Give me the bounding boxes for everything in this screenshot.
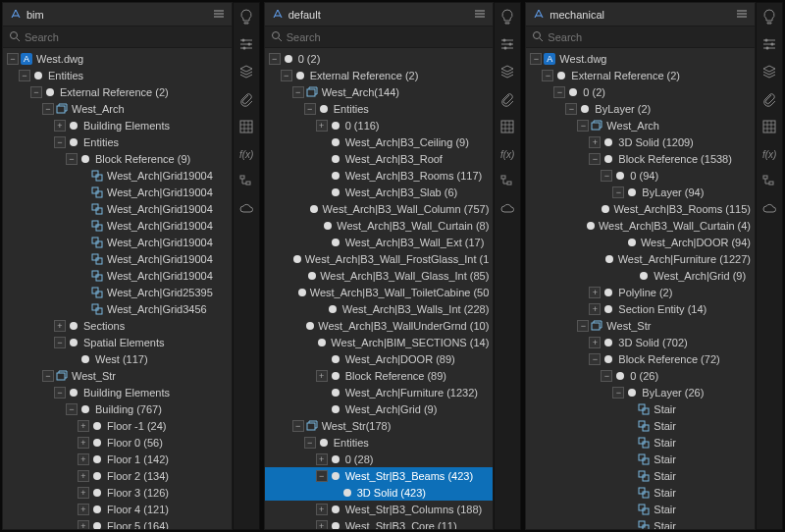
structure-tool[interactable] [759,172,779,191]
tree-node[interactable]: −West_Str(178) [265,417,494,434]
expand-toggle[interactable]: + [54,320,66,332]
panel-menu-icon[interactable] [212,7,226,23]
tree-node[interactable]: Stair [526,400,755,417]
tree-node[interactable]: Stair [526,501,755,517]
tree-node[interactable]: −West_Str|B3_Beams (423) [265,467,494,484]
tree-node[interactable]: −Entities [265,100,494,117]
tree-node[interactable]: West_Arch|DOOR (89) [265,350,494,367]
collapse-toggle[interactable]: − [542,70,553,81]
collapse-toggle[interactable]: − [530,53,542,65]
expand-toggle[interactable]: + [78,520,89,530]
tree-node[interactable]: West_Arch|B3_Wall_ToiletCabine (50 [265,284,494,300]
expand-toggle[interactable]: + [589,303,601,315]
tree-node[interactable]: +Floor 4 (121) [3,501,232,517]
tree-node[interactable]: West_Arch|B3_Rooms (117) [265,167,494,184]
grid-tool[interactable] [759,117,779,136]
paperclip-tool[interactable] [759,89,779,109]
collapse-toggle[interactable]: − [553,86,565,98]
tree-node[interactable]: −AWest.dwg [526,50,755,67]
expand-toggle[interactable]: + [316,120,328,132]
collapse-toggle[interactable]: − [54,387,66,399]
tree-node[interactable]: −West_Arch(144) [265,83,494,100]
tree-node[interactable]: West_Arch|B3_Roof [265,150,494,167]
paperclip-tool[interactable] [236,89,256,109]
tree-node[interactable]: −Block Reference (1538) [526,150,755,167]
tree-node[interactable]: −External Reference (2) [265,67,494,83]
expand-toggle[interactable]: + [316,504,328,515]
tree-node[interactable]: +West_Str|B3_Core (11) [265,517,494,529]
tree-node[interactable]: West_Arch|B3_Wall_FrostGlass_Int (1 [265,250,494,267]
collapse-toggle[interactable]: − [612,186,624,198]
expand-toggle[interactable]: + [78,470,89,482]
tree-node[interactable]: −West_Str [3,367,232,384]
tree-node[interactable]: Stair [526,467,755,484]
expand-toggle[interactable]: + [78,437,89,449]
expand-toggle[interactable]: + [316,370,328,382]
tree-node[interactable]: Stair [526,417,755,434]
settings-tool[interactable] [497,34,517,54]
tree-node[interactable]: +0 (116) [265,117,494,133]
tree-node[interactable]: West_Arch|Grid25395 [3,284,232,300]
structure-tool[interactable] [236,172,256,191]
layers-tool[interactable] [759,62,779,81]
collapse-toggle[interactable]: − [54,337,66,348]
collapse-toggle[interactable]: − [269,53,281,65]
expand-toggle[interactable]: + [316,453,328,465]
tree-node[interactable]: +Floor 2 (134) [3,467,232,484]
tree-node[interactable]: −0 (26) [526,367,755,384]
tree-node[interactable]: West_Arch|B3_Wall_Ext (17) [265,234,494,250]
tree-node[interactable]: West_Arch|Grid (9) [526,267,755,284]
tree-node[interactable]: −West_Arch [526,117,755,133]
panel-menu-icon[interactable] [735,7,749,23]
tree-node[interactable]: 3D Solid (423) [265,484,494,501]
collapse-toggle[interactable]: − [54,136,66,148]
tree-node[interactable]: West_Arch|B3_Wall_Column (757) [265,200,494,217]
tree-view[interactable]: −AWest.dwg−External Reference (2)−0 (2)−… [526,48,755,529]
layers-tool[interactable] [497,62,517,81]
collapse-toggle[interactable]: − [601,170,612,182]
bulb-tool[interactable] [497,7,517,27]
tree-node[interactable]: West_Arch|B3_Rooms (115) [526,200,755,217]
expand-toggle[interactable]: + [589,337,601,348]
tree-node[interactable]: +0 (28) [265,451,494,467]
tree-node[interactable]: −AWest.dwg [3,50,232,67]
tree-node[interactable]: West_Arch|B3_Wall_Curtain (8) [265,217,494,234]
tree-node[interactable]: −External Reference (2) [3,83,232,100]
tree-node[interactable]: West_Arch|Grid (9) [265,400,494,417]
tree-node[interactable]: Stair [526,484,755,501]
tree-node[interactable]: West_Arch|BIM_SECTIONS (14) [265,334,494,350]
tree-node[interactable]: +3D Solid (702) [526,334,755,350]
tree-node[interactable]: +Floor 1 (142) [3,451,232,467]
collapse-toggle[interactable]: − [30,86,42,98]
collapse-toggle[interactable]: − [19,70,30,81]
tree-node[interactable]: West_Arch|Furniture (1232) [265,384,494,400]
tree-node[interactable]: −ByLayer (2) [526,100,755,117]
expand-toggle[interactable]: + [78,453,89,465]
tree-node[interactable]: −West_Str [526,317,755,334]
collapse-toggle[interactable]: − [316,470,328,482]
expand-toggle[interactable]: + [78,487,89,499]
tree-node[interactable]: +Floor -1 (24) [3,417,232,434]
tree-node[interactable]: −Block Reference (9) [3,150,232,167]
tree-view[interactable]: −0 (2)−External Reference (2)−West_Arch(… [265,48,494,529]
fx-tool[interactable]: f(x) [497,144,517,164]
tree-node[interactable]: −ByLayer (94) [526,184,755,200]
collapse-toggle[interactable]: − [577,120,589,132]
settings-tool[interactable] [236,34,256,54]
settings-tool[interactable] [759,34,779,54]
expand-toggle[interactable]: + [78,420,89,432]
tree-node[interactable]: −0 (2) [526,83,755,100]
expand-toggle[interactable]: + [589,136,601,148]
collapse-toggle[interactable]: − [7,53,19,65]
tree-node[interactable]: −Building Elements [3,384,232,400]
expand-toggle[interactable]: + [589,287,601,298]
cloud-tool[interactable] [759,199,779,219]
tree-node[interactable]: West_Arch|Grid19004 [3,184,232,200]
tree-node[interactable]: West_Arch|Grid19004 [3,167,232,184]
collapse-toggle[interactable]: − [292,86,304,98]
collapse-toggle[interactable]: − [612,387,624,399]
paperclip-tool[interactable] [497,89,517,109]
tree-node[interactable]: West_Arch|Grid19004 [3,200,232,217]
tree-node[interactable]: −ByLayer (26) [526,384,755,400]
structure-tool[interactable] [497,172,517,191]
